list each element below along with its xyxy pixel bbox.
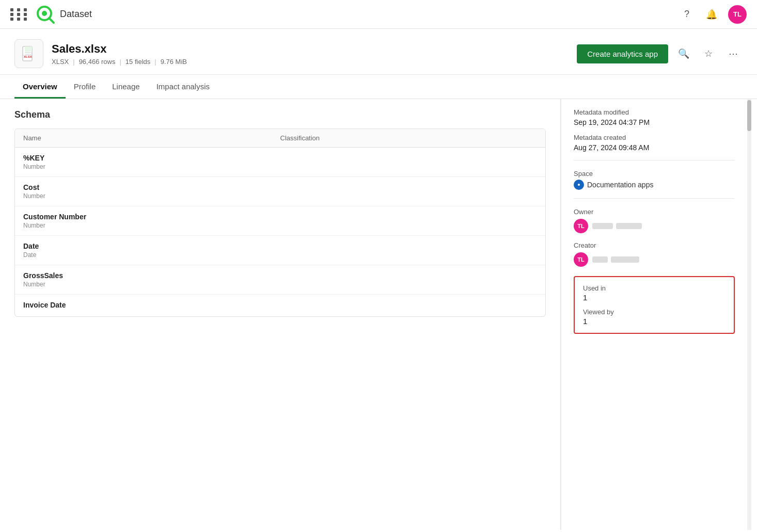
table-row: Date Date (15, 236, 545, 265)
field-cost: Cost Number (23, 183, 280, 200)
tab-profile[interactable]: Profile (66, 75, 104, 99)
create-analytics-button[interactable]: Create analytics app (577, 44, 668, 63)
tab-lineage[interactable]: Lineage (104, 75, 148, 99)
right-scrollbar-thumb (747, 100, 751, 131)
usage-box: Used in 1 Viewed by 1 (574, 276, 735, 334)
notifications-icon[interactable]: 🔔 (703, 6, 720, 23)
favorite-icon[interactable]: ☆ (699, 44, 718, 63)
metadata-modified-value: Sep 19, 2024 04:37 PM (574, 118, 735, 126)
field-date: Date Date (23, 242, 280, 259)
svg-point-1 (42, 11, 47, 16)
dataset-header: XLSX Sales.xlsx XLSX | 96,466 rows | 15 … (0, 29, 757, 75)
owner-row: TL (574, 219, 735, 233)
field-cost-class (280, 183, 538, 200)
table-row: GrossSales Number (15, 265, 545, 295)
schema-col-name: Name (23, 134, 280, 142)
right-scrollbar-track (747, 99, 751, 530)
grid-menu-button[interactable] (10, 8, 29, 21)
metadata-created-value: Aug 27, 2024 09:48 AM (574, 143, 735, 152)
dataset-meta: XLSX | 96,466 rows | 15 fields | 9.76 Mi… (52, 58, 577, 66)
tab-overview[interactable]: Overview (14, 75, 66, 99)
schema-header: Name Classification (15, 129, 545, 148)
owner-avatar: TL (574, 219, 588, 233)
used-in-label: Used in (583, 284, 726, 292)
dataset-size: 9.76 MiB (161, 58, 187, 66)
right-panel: Metadata modified Sep 19, 2024 04:37 PM … (561, 99, 747, 530)
schema-col-classification: Classification (280, 134, 538, 142)
field-grosssales-class (280, 271, 538, 288)
dataset-actions: Create analytics app 🔍 ☆ ⋯ (577, 44, 743, 63)
table-row: Cost Number (15, 177, 545, 206)
meta-sep-3: | (154, 58, 156, 66)
main-content: Schema Name Classification %KEY Number C… (0, 99, 757, 530)
table-row: %KEY Number (15, 148, 545, 177)
dataset-info: Sales.xlsx XLSX | 96,466 rows | 15 field… (52, 42, 577, 66)
search-action-icon[interactable]: 🔍 (674, 44, 693, 63)
owner-name-blur (592, 223, 642, 229)
right-outer: Metadata modified Sep 19, 2024 04:37 PM … (561, 99, 757, 530)
dataset-name: Sales.xlsx (52, 42, 577, 56)
qlik-logo (35, 4, 56, 25)
field-invoice-date-class (280, 301, 538, 310)
viewed-by-value: 1 (583, 317, 726, 326)
more-options-icon[interactable]: ⋯ (724, 44, 743, 63)
metadata-modified-label: Metadata modified (574, 108, 735, 116)
tab-bar: Overview Profile Lineage Impact analysis (0, 75, 757, 99)
table-row: Customer Number Number (15, 206, 545, 236)
dataset-fields: 15 fields (125, 58, 150, 66)
owner-name-part1 (592, 223, 613, 229)
creator-name-part2 (611, 256, 639, 263)
field-key: %KEY Number (23, 154, 280, 170)
viewed-by-label: Viewed by (583, 308, 726, 316)
field-key-class (280, 154, 538, 170)
svg-line-2 (49, 18, 54, 23)
metadata-created-label: Metadata created (574, 134, 735, 141)
creator-name-part1 (592, 256, 608, 263)
space-icon (574, 180, 584, 190)
field-customer-number-class (280, 213, 538, 229)
tab-impact-analysis[interactable]: Impact analysis (148, 75, 218, 99)
file-icon-wrap: XLSX (14, 39, 43, 68)
dataset-rows: 96,466 rows (79, 58, 116, 66)
schema-title: Schema (14, 109, 546, 120)
meta-sep-1: | (73, 58, 74, 66)
field-date-class (280, 242, 538, 259)
field-customer-number: Customer Number Number (23, 213, 280, 229)
space-name: Documentation apps (587, 181, 653, 189)
app-title: Dataset (60, 9, 92, 20)
user-avatar[interactable]: TL (728, 5, 747, 24)
top-navigation: Dataset ? 🔔 TL (0, 0, 757, 29)
creator-name-blur (592, 256, 639, 263)
divider-1 (574, 160, 735, 160)
left-panel: Schema Name Classification %KEY Number C… (0, 99, 561, 530)
svg-text:XLSX: XLSX (24, 55, 32, 58)
divider-2 (574, 198, 735, 199)
field-grosssales: GrossSales Number (23, 271, 280, 288)
field-invoice-date: Invoice Date (23, 301, 280, 310)
topnav-icons: ? 🔔 TL (679, 5, 747, 24)
creator-avatar: TL (574, 252, 588, 267)
dataset-format: XLSX (52, 58, 69, 66)
space-badge: Documentation apps (574, 180, 735, 190)
metadata-section: Metadata modified Sep 19, 2024 04:37 PM … (574, 108, 735, 152)
creator-label: Creator (574, 241, 735, 249)
meta-sep-2: | (119, 58, 121, 66)
owner-label: Owner (574, 208, 735, 216)
xlsx-file-icon: XLSX (21, 45, 37, 62)
svg-rect-4 (25, 46, 32, 52)
table-row: Invoice Date (15, 295, 545, 316)
creator-row: TL (574, 252, 735, 267)
space-label: Space (574, 170, 735, 178)
help-icon[interactable]: ? (679, 6, 695, 23)
schema-table: Name Classification %KEY Number Cost Num… (14, 128, 546, 317)
used-in-value: 1 (583, 293, 726, 302)
owner-name-part2 (616, 223, 642, 229)
svg-point-9 (578, 184, 580, 186)
